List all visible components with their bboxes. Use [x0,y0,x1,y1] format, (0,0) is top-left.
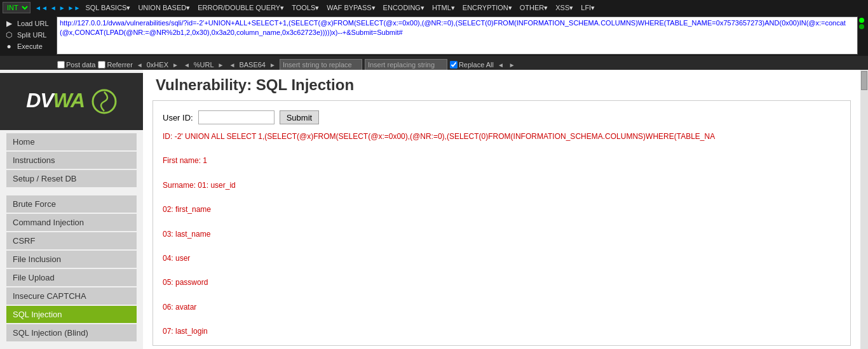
output-line-2: Surname: 01: user_id [163,180,841,192]
menu-sql-basics[interactable]: SQL BASICS▾ [82,3,133,13]
output-text: ID: -2' UNION ALL SELECT 1,(SELECT(@x)FR… [163,131,841,346]
arrow-left-2[interactable]: ◄ [182,62,191,69]
nav-menu: Home Instructions Setup / Reset DB Brute… [0,130,143,346]
url-text: http://127.0.0.1/dvwa/vulnerabilities/sq… [60,19,846,36]
execute-icon: ● [4,41,14,51]
load-url-button[interactable]: ▶ Load URL [3,18,57,29]
referrer-text: Referrer [107,61,132,69]
vuln-box: User ID: Submit ID: -2' UNION ALL SELECT… [153,100,851,346]
dvwa-logo-icon [92,89,117,114]
right-scrollbar [860,70,868,349]
output-line-5: 04: user [163,253,841,265]
oxhex-label: 0xHEX [147,61,168,69]
nav-last-arrow[interactable]: ►► [67,4,81,11]
replace-all-text: Replace All [459,61,494,69]
nav-sql-injection[interactable]: SQL Injection [6,306,137,323]
nav-setup-reset[interactable]: Setup / Reset DB [6,170,137,187]
menu-other[interactable]: OTHER▾ [517,3,552,13]
output-line-3: 02: first_name [163,204,841,216]
insert-replacing-input[interactable] [365,59,447,70]
post-data-text: Post data [66,61,95,69]
dvwa-dv: DV [26,89,53,112]
menu-xss[interactable]: XSS▾ [552,3,576,13]
replace-all-label[interactable]: Replace All [450,61,494,69]
dvwa-header: DVWA [0,73,143,130]
base64-label: BASE64 [239,61,266,69]
output-line-1: First name: 1 [163,155,841,167]
split-url-button[interactable]: ⬡ Split URL [3,29,57,41]
menu-waf-bypass[interactable]: WAF BYPASS▾ [323,3,378,13]
nav-prev-arrow[interactable]: ◄ [50,4,57,11]
nav-insecure-captcha[interactable]: Insecure CAPTCHA [6,287,137,305]
toolbar: INT ◄◄ ◄ ► ►► SQL BASICS▾ UNION BASED▾ E… [0,0,868,70]
pcturl-label: %URL [194,61,214,69]
indicator-dot-2 [859,24,864,29]
arrow-left-1[interactable]: ◄ [135,62,144,69]
menu-encoding[interactable]: ENCODING▾ [380,3,428,13]
sidebar: DVWA Home Instructions Setup / Reset DB … [0,70,143,349]
user-id-label: User ID: [163,113,193,122]
output-line-8: 07: last_login [163,326,841,338]
arrow-right-4[interactable]: ► [508,62,517,69]
user-id-form: User ID: Submit [163,110,841,124]
menu-encryption[interactable]: ENCRYPTION▾ [459,3,515,13]
arrow-right-3[interactable]: ► [268,62,277,69]
nav-next-arrow[interactable]: ► [58,4,66,11]
menu-tools[interactable]: TOOLS▾ [288,3,322,13]
url-bar: ▶ Load URL ⬡ Split URL ● Execute http://… [0,15,868,56]
user-id-input[interactable] [198,110,275,124]
right-indicator [858,16,865,29]
menu-lfi[interactable]: LFI▾ [578,3,598,13]
replace-all-checkbox[interactable] [450,61,458,69]
output-line-0: ID: -2' UNION ALL SELECT 1,(SELECT(@x)FR… [163,131,841,143]
nav-file-inclusion[interactable]: File Inclusion [6,251,137,268]
output-line-4: 03: last_name [163,228,841,240]
insert-string-input[interactable] [280,59,362,70]
split-url-label: Split URL [17,31,46,39]
arrow-right-2[interactable]: ► [217,62,226,69]
output-line-6: 05: password [163,277,841,289]
nav-file-upload[interactable]: File Upload [6,269,137,286]
nav-instructions[interactable]: Instructions [6,152,137,169]
left-actions: ▶ Load URL ⬡ Split URL ● Execute [3,16,57,52]
dvwa-logo: DVWA [26,89,117,115]
nav-sql-injection-blind[interactable]: SQL Injection (Blind) [6,324,137,341]
execute-label: Execute [17,43,43,50]
menu-html[interactable]: HTML▾ [429,3,458,13]
post-data-checkbox[interactable] [57,61,65,69]
indicator-dot-1 [859,18,864,23]
menu-bar: INT ◄◄ ◄ ► ►► SQL BASICS▾ UNION BASED▾ E… [0,0,868,15]
submit-button[interactable]: Submit [280,110,319,124]
content-area: Vulnerability: SQL Injection User ID: Su… [143,70,860,349]
menu-error-double[interactable]: ERROR/DOUBLE QUERY▾ [194,3,287,13]
nav-first-arrow[interactable]: ◄◄ [34,4,48,11]
post-data-label[interactable]: Post data [57,61,95,69]
main-content: DVWA Home Instructions Setup / Reset DB … [0,70,868,349]
url-input[interactable]: http://127.0.0.1/dvwa/vulnerabilities/sq… [57,16,858,55]
nav-csrf[interactable]: CSRF [6,232,137,249]
nav-divider [6,190,137,195]
execute-button[interactable]: ● Execute [3,41,57,52]
nav-brute-force[interactable]: Brute Force [6,195,137,213]
scroll-thumb[interactable] [861,71,867,90]
referrer-label[interactable]: Referrer [98,61,132,69]
nav-section-top: Home Instructions Setup / Reset DB [6,133,137,187]
arrow-right-1[interactable]: ► [171,62,180,69]
nav-command-injection[interactable]: Command Injection [6,214,137,231]
load-url-label: Load URL [17,20,49,27]
split-url-icon: ⬡ [4,30,14,40]
menu-union-based[interactable]: UNION BASED▾ [135,3,193,13]
int-dropdown[interactable]: INT [3,2,31,13]
output-line-7: 06: avatar [163,301,841,313]
arrow-left-3[interactable]: ◄ [228,62,237,69]
referrer-checkbox[interactable] [98,61,105,69]
page-title: Vulnerability: SQL Injection [143,70,860,97]
arrow-left-4[interactable]: ◄ [496,62,505,69]
dvwa-wa: WA [53,89,84,112]
nav-home[interactable]: Home [6,133,137,150]
load-url-icon: ▶ [4,18,14,29]
